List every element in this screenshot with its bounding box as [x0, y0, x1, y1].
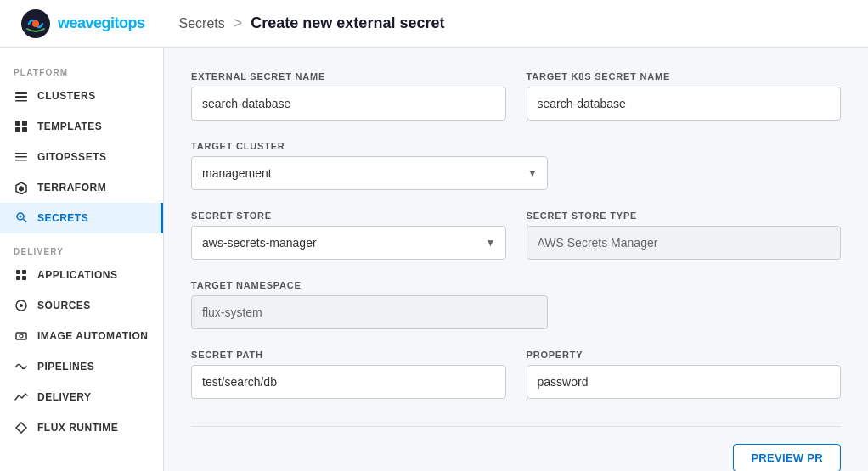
- sidebar-item-gitopssets[interactable]: GITOPSSETS: [0, 142, 163, 172]
- external-secret-name-label: EXTERNAL SECRET NAME: [191, 71, 506, 81]
- templates-icon: [14, 119, 29, 134]
- field-property: PROPERTY: [527, 350, 842, 399]
- sidebar-item-delivery[interactable]: DELIVERY: [0, 382, 163, 412]
- secret-path-label: SECRET PATH: [191, 350, 506, 360]
- svg-rect-10: [15, 156, 27, 158]
- form: EXTERNAL SECRET NAME TARGET K8s SECRET N…: [191, 71, 841, 471]
- field-target-k8s-secret-name: TARGET K8s SECRET NAME: [527, 71, 842, 121]
- field-secret-store-type: SECRET STORE TYPE: [527, 210, 842, 260]
- form-row-4: TARGET NAMESPACE: [191, 280, 548, 329]
- secrets-icon: [14, 210, 29, 226]
- field-secret-store: SECRET STORE aws-secrets-manager vault g…: [191, 210, 506, 260]
- property-input[interactable]: [527, 365, 842, 399]
- svg-rect-7: [15, 127, 20, 132]
- svg-marker-26: [16, 423, 26, 433]
- secret-store-type-label: SECRET STORE TYPE: [527, 210, 842, 221]
- target-cluster-select-wrapper: management production staging ▼: [191, 156, 548, 190]
- svg-point-23: [20, 304, 23, 307]
- svg-rect-2: [15, 92, 27, 94]
- target-namespace-input: [191, 295, 548, 329]
- sidebar-item-image-automation[interactable]: IMAGE AUTOMATION: [0, 321, 163, 351]
- target-k8s-secret-name-label: TARGET K8s SECRET NAME: [527, 71, 842, 81]
- bottom-bar: PREVIEW PR: [191, 434, 841, 471]
- secret-store-type-input: [527, 226, 842, 260]
- sidebar-item-templates[interactable]: TEMPLATES: [0, 111, 163, 142]
- preview-pr-button[interactable]: PREVIEW PR: [733, 444, 841, 471]
- breadcrumb-link[interactable]: Secrets: [179, 16, 225, 31]
- sidebar-label-clusters: CLUSTERS: [37, 90, 96, 102]
- logo: weavegitops: [20, 8, 145, 39]
- sidebar-item-clusters[interactable]: CLUSTERS: [0, 81, 163, 111]
- svg-marker-14: [19, 186, 24, 192]
- sidebar-label-image-automation: IMAGE AUTOMATION: [37, 330, 148, 342]
- sidebar-label-flux-runtime: FLUX RUNTIME: [37, 422, 118, 434]
- svg-rect-18: [16, 270, 20, 274]
- secret-store-select-wrapper: aws-secrets-manager vault gcp-secrets-ma…: [191, 226, 506, 260]
- topbar: weavegitops Secrets > Create new externa…: [0, 0, 868, 48]
- svg-point-17: [20, 216, 22, 218]
- form-row-3: SECRET STORE aws-secrets-manager vault g…: [191, 210, 841, 260]
- flux-runtime-icon: [14, 420, 29, 435]
- sidebar-item-flux-runtime[interactable]: FLUX RUNTIME: [0, 412, 163, 443]
- field-external-secret-name: EXTERNAL SECRET NAME: [191, 71, 506, 121]
- svg-rect-8: [22, 127, 27, 132]
- sidebar-label-templates: TEMPLATES: [37, 121, 102, 132]
- delivery-icon: [14, 390, 29, 405]
- logo-text: weavegitops: [58, 14, 145, 32]
- sidebar-item-applications[interactable]: APPLICATIONS: [0, 260, 163, 290]
- field-secret-path: SECRET PATH: [191, 350, 506, 399]
- sidebar-item-sources[interactable]: SOURCES: [0, 290, 163, 321]
- svg-rect-20: [16, 276, 20, 280]
- sidebar-label-gitopssets: GITOPSSETS: [37, 151, 106, 163]
- sidebar-item-pipelines[interactable]: PIPELINES: [0, 351, 163, 382]
- sidebar-label-sources: SOURCES: [37, 300, 91, 311]
- svg-point-25: [20, 334, 23, 338]
- clusters-icon: [14, 88, 29, 104]
- svg-line-16: [24, 219, 27, 222]
- breadcrumb-current: Create new external secret: [251, 14, 444, 32]
- divider: [191, 426, 841, 427]
- sidebar-label-secrets: SECRETS: [37, 212, 88, 224]
- breadcrumb-separator: >: [234, 14, 243, 32]
- svg-point-1: [32, 20, 39, 27]
- svg-rect-4: [15, 100, 27, 102]
- pipelines-icon: [14, 359, 29, 374]
- svg-rect-3: [15, 96, 27, 98]
- field-target-namespace: TARGET NAMESPACE: [191, 280, 548, 329]
- sidebar: PLATFORM CLUSTERS TEMPLATES GITOPSSETS T…: [0, 48, 164, 471]
- form-row-2: TARGET CLUSTER management production sta…: [191, 141, 548, 190]
- image-automation-icon: [14, 328, 29, 344]
- field-target-cluster: TARGET CLUSTER management production sta…: [191, 141, 548, 190]
- target-cluster-label: TARGET CLUSTER: [191, 141, 548, 151]
- sidebar-label-delivery: DELIVERY: [37, 391, 92, 403]
- sidebar-label-pipelines: PIPELINES: [37, 361, 94, 373]
- sidebar-label-terraform: TERRAFORM: [37, 182, 106, 193]
- svg-rect-5: [15, 121, 20, 126]
- svg-rect-21: [22, 276, 26, 280]
- breadcrumb: Secrets > Create new external secret: [179, 14, 445, 32]
- platform-section-label: PLATFORM: [0, 61, 163, 81]
- sources-icon: [14, 298, 29, 313]
- secret-store-label: SECRET STORE: [191, 210, 506, 221]
- applications-icon: [14, 267, 29, 283]
- svg-rect-24: [16, 333, 26, 339]
- terraform-icon: [14, 180, 29, 195]
- svg-rect-12: [15, 153, 18, 154]
- target-namespace-label: TARGET NAMESPACE: [191, 280, 548, 290]
- gitopssets-icon: [14, 149, 29, 165]
- svg-rect-11: [15, 160, 27, 161]
- sidebar-item-terraform[interactable]: TERRAFORM: [0, 172, 163, 203]
- secret-store-select[interactable]: aws-secrets-manager vault gcp-secrets-ma…: [191, 226, 506, 260]
- form-row-1: EXTERNAL SECRET NAME TARGET K8s SECRET N…: [191, 71, 841, 121]
- external-secret-name-input[interactable]: [191, 87, 506, 121]
- target-k8s-secret-name-input[interactable]: [527, 87, 842, 121]
- secret-path-input[interactable]: [191, 365, 506, 399]
- sidebar-item-secrets[interactable]: SECRETS: [0, 203, 163, 233]
- delivery-section-label: DELIVERY: [0, 240, 163, 260]
- property-label: PROPERTY: [527, 350, 842, 360]
- sidebar-label-applications: APPLICATIONS: [37, 269, 117, 281]
- target-cluster-select[interactable]: management production staging: [191, 156, 548, 190]
- content-area: EXTERNAL SECRET NAME TARGET K8s SECRET N…: [164, 48, 868, 471]
- form-row-5: SECRET PATH PROPERTY: [191, 350, 841, 399]
- svg-rect-19: [22, 270, 26, 274]
